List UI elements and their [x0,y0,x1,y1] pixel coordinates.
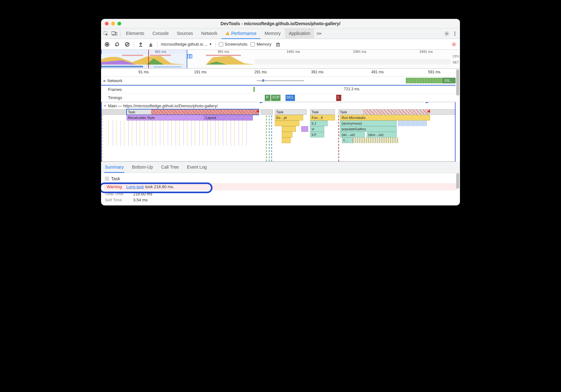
task-bar[interactable] [102,109,127,115]
task-bar[interactable]: Task [310,109,335,115]
svg-rect-25 [150,55,171,56]
tab-network[interactable]: Network [197,28,221,39]
track-network[interactable]: ▶ Network DS... [101,77,456,85]
clear-icon[interactable] [124,41,131,48]
record-icon[interactable] [104,41,110,48]
garbage-collect-icon[interactable] [275,41,281,48]
recalc-style-bar[interactable]: Recalculate Style [127,115,204,120]
chevron-down-icon: ▼ [104,104,107,108]
upload-icon[interactable] [137,41,144,48]
task-bar[interactable]: Task [275,109,307,115]
layout-bar[interactable]: Layout [204,115,253,120]
task-bar[interactable] [261,109,273,115]
vline-time-label: 721.3 ms [344,87,359,91]
window-title: DevTools - microsoftedge.github.io/Demos… [101,21,460,26]
svg-point-22 [453,43,455,45]
funll-bar[interactable]: Fun…ll [310,115,335,120]
flame-bar[interactable] [282,132,292,137]
cpu-label: CPU [453,55,459,58]
net-label: NET [453,61,459,64]
warning-row: Warning Long task took 218.60 ms. [104,183,457,190]
total-time-row: Total Time218.60 ms [105,192,456,196]
network-ds-bar[interactable]: DS... [443,78,456,83]
svg-point-7 [454,31,455,32]
zoom-icon[interactable] [117,22,121,25]
track-frames[interactable]: Frames [101,86,456,94]
devtools-window: DevTools - microsoftedge.github.io/Demos… [101,19,460,205]
load-marker[interactable]: L [336,95,341,101]
close-icon[interactable] [105,22,109,25]
warning-icon [225,31,230,36]
svg-rect-24 [122,55,143,56]
flame-bar[interactable] [301,126,308,132]
flame-bar[interactable] [282,137,291,143]
vi-bar[interactable]: vi [310,126,324,132]
f-bar[interactable]: f… [342,137,353,143]
tab-application[interactable]: Application [285,28,314,39]
inspect-icon[interactable] [102,30,110,37]
svg-rect-2 [112,35,114,36]
tiJ-bar[interactable]: ti.J [310,120,328,126]
overview-graph [101,54,450,68]
memory-checkbox[interactable]: Memory [251,42,271,47]
fp-marker[interactable]: P [265,95,270,101]
tracks-panel: ▶ Network DS... Frames Timings P FCP DCL… [101,77,456,162]
detail-tab-summary[interactable]: Summary [104,162,124,173]
traffic-lights [105,22,121,25]
flame-chart[interactable]: Task Task Task Task Recalculate Style La… [102,109,455,161]
svg-rect-1 [111,32,115,35]
tab-elements[interactable]: Elements [122,28,148,39]
titlebar: DevTools - microsoftedge.github.io/Demos… [101,19,460,28]
fcp-marker[interactable]: FCP [271,95,280,101]
minimize-icon[interactable] [111,22,115,25]
anous-bar[interactable]: (ano…us) [367,132,397,137]
svg-rect-29 [255,59,450,65]
flame-ruler[interactable]: 91 ms 191 ms 291 ms 391 ms 491 ms 591 ms [101,69,456,77]
svg-rect-4 [228,33,228,34]
detail-tab-eventlog[interactable]: Event Log [186,162,207,173]
populate-gallery-bar[interactable]: populateGallery [340,126,397,132]
flame-bar[interactable] [275,120,300,126]
svg-point-9 [454,35,455,36]
device-icon[interactable] [110,30,118,37]
screenshots-checkbox[interactable]: Screenshots [219,42,247,47]
tiF-bar[interactable]: ti.F [310,132,324,137]
chevron-right-icon: ▶ [104,79,106,82]
tab-sources[interactable]: Sources [173,28,197,39]
kebab-icon[interactable] [451,30,459,37]
anon-bar[interactable]: (anonymous) [340,120,397,126]
anus-bar[interactable]: (an…us) [340,132,365,137]
overview-timeline[interactable]: 491 ms 991 ms 1491 ms 1991 ms 2491 ms ❚❚ [101,50,460,69]
summary-panel: Task Warning Long task took 218.60 ms. T… [101,173,460,205]
download-icon[interactable] [147,41,154,48]
run-microtasks-bar[interactable]: Run Microtasks [340,115,430,120]
warning-text: Long task took 218.60 ms. [126,184,174,189]
main-thread-header[interactable]: ▼ Main — https://microsoftedge.github.io… [102,102,455,109]
perf-toolbar: microsoftedge.github.io ...▼ Screenshots… [101,39,460,50]
detail-tabs: Summary Bottom-Up Call Tree Event Log [101,162,460,173]
tab-bar: Elements Console Sources Network Perform… [101,28,460,39]
detail-tab-bottomup[interactable]: Bottom-Up [131,162,154,173]
capture-settings-icon[interactable] [450,41,457,48]
track-timings[interactable]: Timings P FCP DCL L 721.3 ms [101,94,456,102]
reload-icon[interactable] [114,41,121,48]
flame-bar[interactable] [282,126,296,132]
scrollbar-thumb[interactable] [456,173,459,189]
svg-rect-27 [154,66,182,67]
scrollbar-thumb[interactable] [456,77,459,96]
recording-dropdown[interactable]: microsoftedge.github.io ...▼ [161,42,212,47]
svg-point-8 [454,33,455,34]
tab-console[interactable]: Console [149,28,172,39]
long-task-link[interactable]: Long task [126,184,144,189]
settings-icon[interactable] [443,30,450,37]
tab-memory[interactable]: Memory [261,28,285,39]
evpt-bar[interactable]: Ev…pt [275,115,303,120]
detail-tab-calltree[interactable]: Call Tree [161,162,179,173]
tab-performance[interactable]: Performance [222,28,260,39]
task-swatch-icon [105,176,109,181]
svg-line-13 [126,43,128,46]
dcl-marker[interactable]: DCL [286,95,295,101]
svg-rect-3 [116,32,117,35]
tabs-overflow[interactable]: >> [315,31,323,36]
main-thread-area[interactable]: ▼ Main — https://microsoftedge.github.io… [101,102,456,162]
